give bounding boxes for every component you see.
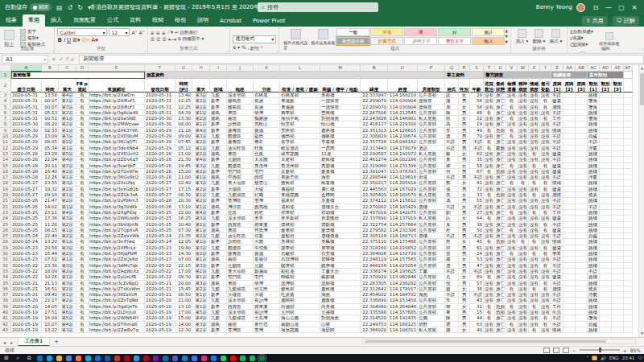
cell[interactable]: 男 bbox=[459, 298, 470, 303]
cell[interactable]: 2020-05-19 bbox=[145, 315, 175, 321]
cell[interactable]: 樂華邨 bbox=[280, 245, 320, 251]
cell[interactable]: 22:00 bbox=[175, 210, 192, 216]
row-header-33[interactable]: 33 bbox=[0, 269, 11, 274]
cell[interactable]: 九龍城區 bbox=[227, 286, 254, 292]
cell[interactable]: 第2宗 bbox=[192, 187, 210, 192]
cell[interactable]: 22.350217 bbox=[361, 180, 388, 186]
cell[interactable]: 有 bbox=[484, 216, 495, 221]
cell[interactable]: 女 bbox=[459, 151, 470, 157]
cell[interactable]: 百老匯街 bbox=[320, 216, 361, 221]
field-header[interactable]: 精神病歷 bbox=[518, 79, 529, 93]
cell[interactable]: 新界 bbox=[210, 105, 227, 110]
cell[interactable] bbox=[600, 93, 612, 98]
cell[interactable]: 有 bbox=[540, 263, 551, 269]
cell[interactable]: 12:26 bbox=[42, 175, 59, 180]
cell[interactable]: 金樺閣 bbox=[320, 192, 361, 198]
cell[interactable] bbox=[564, 233, 576, 239]
cell[interactable] bbox=[564, 222, 576, 228]
cell[interactable]: 跳樓 bbox=[588, 163, 600, 169]
cell[interactable]: 沒有 bbox=[529, 233, 540, 239]
cell[interactable]: 身亡 bbox=[495, 187, 506, 192]
cell[interactable]: 鏡屏樓 bbox=[320, 263, 361, 269]
cell[interactable]: 九龍 bbox=[210, 245, 227, 251]
cell[interactable]: 沒有 bbox=[540, 198, 551, 204]
cell[interactable]: 不詳 bbox=[588, 204, 600, 210]
cell[interactable] bbox=[612, 274, 624, 280]
row-header-30[interactable]: 30 bbox=[0, 251, 11, 257]
field-header[interactable]: 無可疑點 bbox=[540, 79, 551, 93]
cell[interactable]: 23:55 bbox=[42, 180, 59, 186]
cell-style-warn[interactable]: 警告文字 bbox=[438, 37, 471, 45]
cancel-icon[interactable]: ✕ bbox=[52, 56, 59, 63]
cell[interactable]: 沒有 bbox=[506, 204, 518, 210]
cell[interactable]: 觀塘區 bbox=[227, 163, 254, 169]
cell[interactable] bbox=[576, 146, 588, 151]
cell[interactable]: 2020-05-24 bbox=[145, 233, 175, 239]
cell[interactable]: 第3宗 bbox=[59, 216, 76, 221]
cell[interactable]: 沒有 bbox=[506, 146, 518, 151]
cell[interactable]: 沒有 bbox=[518, 110, 529, 116]
cell[interactable]: 身亡 bbox=[495, 251, 506, 257]
cell[interactable]: https://bit.ly/3caHjkP bbox=[89, 163, 145, 169]
cell[interactable]: 沒有 bbox=[529, 187, 540, 192]
cell[interactable]: 沒有 bbox=[484, 134, 495, 139]
cell[interactable]: 有 bbox=[518, 239, 529, 245]
cell[interactable]: 114.168713 bbox=[388, 233, 418, 239]
cell[interactable]: 有 bbox=[484, 169, 495, 175]
cell[interactable] bbox=[612, 180, 624, 186]
ribbon-tab-檢視[interactable]: 檢視 bbox=[169, 14, 192, 27]
cell[interactable]: 00:51 bbox=[42, 116, 59, 121]
cell[interactable]: 沒有 bbox=[529, 245, 540, 251]
cell[interactable]: 114.175466 bbox=[388, 239, 418, 245]
cell[interactable]: 2020-05-19 bbox=[145, 327, 175, 333]
cell[interactable]: 不詳 bbox=[551, 292, 564, 298]
merge-center-button[interactable]: ⧉ 跨欄置中 ▾ bbox=[178, 36, 204, 42]
cell[interactable]: 情緒 bbox=[551, 128, 564, 134]
cell[interactable]: 20:11 bbox=[42, 163, 59, 169]
cell[interactable]: 114.232306 bbox=[388, 228, 418, 233]
cell[interactable]: 有 bbox=[76, 233, 89, 239]
cell[interactable]: 九龍 bbox=[210, 269, 227, 274]
cell[interactable]: 沒有 bbox=[506, 292, 518, 298]
cell[interactable]: 美林邨 bbox=[280, 239, 320, 245]
cell[interactable]: 不詳 bbox=[551, 222, 564, 228]
cell[interactable] bbox=[564, 310, 576, 315]
cell[interactable]: 身亡 bbox=[495, 322, 506, 327]
cell[interactable]: 港島 bbox=[210, 110, 227, 116]
cell[interactable]: 祥頌樓 bbox=[320, 210, 361, 216]
cell[interactable]: 16:25 bbox=[175, 216, 192, 221]
cell[interactable]: 2020-05-24 bbox=[11, 239, 42, 245]
cell[interactable]: 第1宗 bbox=[59, 239, 76, 245]
cell[interactable]: 沒有 bbox=[540, 175, 551, 180]
cell[interactable]: 第1宗 bbox=[59, 228, 76, 233]
cell[interactable]: 身亡 bbox=[495, 116, 506, 121]
cell[interactable]: 36 bbox=[470, 286, 484, 292]
cell[interactable]: 跳樓 bbox=[588, 222, 600, 228]
cell[interactable] bbox=[612, 163, 624, 169]
cell[interactable]: https://bit.ly/28aSfdE bbox=[89, 116, 145, 121]
cell[interactable]: 第4宗 bbox=[192, 157, 210, 162]
cell[interactable]: 新界 bbox=[210, 210, 227, 216]
cell[interactable]: 第3宗 bbox=[59, 263, 76, 269]
cell[interactable]: 沒有 bbox=[529, 105, 540, 110]
cell[interactable] bbox=[612, 298, 624, 303]
cell[interactable]: 不詳 bbox=[445, 146, 459, 151]
cell[interactable]: 05:34 bbox=[42, 146, 59, 151]
cell[interactable]: 第2宗 bbox=[59, 269, 76, 274]
cell[interactable]: 天耀邨 bbox=[280, 157, 320, 162]
column-header-S[interactable]: S bbox=[470, 65, 484, 72]
cell[interactable]: 私人屋苑 bbox=[418, 192, 445, 198]
cell[interactable]: 身亡 bbox=[495, 327, 506, 333]
cell[interactable]: 2020-05-21 bbox=[11, 281, 42, 286]
cell[interactable] bbox=[612, 93, 624, 98]
cell[interactable]: 鍾 bbox=[445, 327, 459, 333]
cell[interactable]: 有 bbox=[506, 228, 518, 233]
cell[interactable]: 沒有 bbox=[540, 298, 551, 303]
cell[interactable]: 2020-05-31 bbox=[11, 98, 42, 104]
cell[interactable]: 西環 bbox=[254, 175, 280, 180]
cell[interactable]: 13:22 bbox=[42, 327, 59, 333]
cell[interactable]: 一房間 bbox=[320, 146, 361, 151]
cell[interactable]: 身亡 bbox=[495, 228, 506, 233]
cell[interactable]: 2020-05-31 bbox=[11, 110, 42, 116]
cell[interactable]: 沒有 bbox=[540, 292, 551, 298]
